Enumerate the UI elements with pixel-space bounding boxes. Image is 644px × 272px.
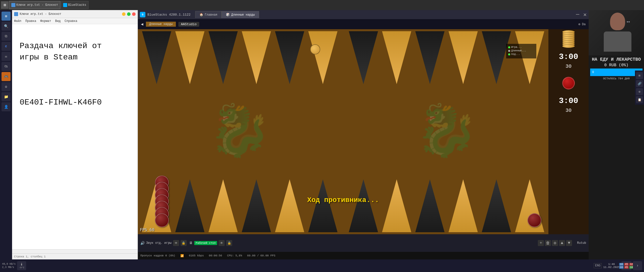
tri-tl-6 xyxy=(307,31,339,84)
net-stats: 49,0 KB/s 2,3 MB/s xyxy=(2,262,16,269)
bs-close-btn[interactable]: ✕ xyxy=(583,11,587,18)
dark-pieces-stack xyxy=(155,183,169,227)
sidebar-settings-btn[interactable]: ⚙ xyxy=(2,82,11,91)
sys-icon-temp[interactable]: 🌡 -9°C xyxy=(17,261,26,270)
notepad-titlebar: Ключи игр.txt - Блокнот xyxy=(12,10,138,18)
stats-bar: Пропуск кадров 0 (0%) 📶 6165 kbps 00:00:… xyxy=(138,252,589,259)
stream-progress-bar: 0 xyxy=(590,69,642,76)
taskbar-notepad[interactable]: Ключи игр.txt - Блокнот xyxy=(9,1,60,9)
tri-bl-4 xyxy=(240,179,273,232)
notif-5: 45 xyxy=(624,266,629,269)
notif-2: 45 xyxy=(624,263,629,266)
sidebar-store-btn[interactable]: 🛍 xyxy=(2,62,11,71)
sidebar-search-btn[interactable]: 🔍 xyxy=(2,22,11,31)
sidebar-mail-btn[interactable]: ✉ xyxy=(2,52,11,61)
net-up: 49,0 KB/s xyxy=(2,262,16,266)
tri-bl-5 xyxy=(273,179,306,232)
online-panel: Игра... Длинные... Ход... xyxy=(506,44,536,58)
bluestacks-logo: B xyxy=(140,12,145,17)
tri-tl-2 xyxy=(174,31,206,84)
bs-tab-home[interactable]: 🏠 Главная xyxy=(195,11,222,18)
sidebar-folder-btn[interactable]: 📁 xyxy=(2,92,11,101)
piece-br xyxy=(528,213,541,227)
piece-7 xyxy=(155,213,169,227)
game-content[interactable]: 🐉 xyxy=(138,29,548,234)
up-scene-btn[interactable]: ▲ xyxy=(559,240,565,246)
stream-icon-3[interactable]: ⚙ xyxy=(636,88,643,95)
desktop-eye-btn[interactable]: 👁 xyxy=(219,240,225,246)
down-scene-btn[interactable]: ▼ xyxy=(566,240,572,246)
menu-help[interactable]: Справка xyxy=(65,19,77,23)
stream-right-icons: ⊞ 🔗 ⚙ 📋 xyxy=(635,71,644,105)
audio-lock-btn[interactable]: 🔒 xyxy=(181,240,187,246)
obs-scene-controls: + 🗑 ⚙ ▲ ▼ xyxy=(538,240,572,246)
tri-tl-4 xyxy=(240,31,273,84)
menu-edit[interactable]: Правка xyxy=(25,19,36,23)
game-right-sidebar: 3:00 30 3:00 30 xyxy=(548,29,589,234)
game-tab-nardi[interactable]: Длинные нарды xyxy=(146,22,176,27)
sidebar-windows-btn[interactable]: ⊞ xyxy=(2,12,11,21)
timer1-sub: 30 xyxy=(566,63,572,69)
stream-icon-4[interactable]: 📋 xyxy=(636,96,643,103)
audio-eye-btn[interactable]: 👁 xyxy=(173,240,179,246)
desktop-lock-btn[interactable]: 🔒 xyxy=(226,240,232,246)
audio-scene: 🔊 Звук отд. игры 👁 🔒 xyxy=(140,240,187,246)
sidebar-user-btn[interactable]: 👤 xyxy=(2,102,11,111)
lang-indicator[interactable]: ENG xyxy=(594,263,602,268)
sys-chevron-btn[interactable]: › xyxy=(633,261,642,270)
online-dot-3 xyxy=(508,53,510,55)
maximize-btn[interactable] xyxy=(127,12,131,16)
stream-icon-1[interactable]: ⊞ xyxy=(636,72,643,79)
tri-tl-1 xyxy=(140,31,173,84)
bluestacks-icon xyxy=(63,3,67,7)
windows-grid-icon[interactable]: ⊞ xyxy=(1,1,9,9)
sidebar-edge-btn[interactable]: e xyxy=(2,42,11,51)
minimize-btn[interactable] xyxy=(122,12,126,16)
cfg-scene-btn[interactable]: ⚙ xyxy=(552,240,558,246)
del-scene-btn[interactable]: 🗑 xyxy=(545,240,551,246)
system-taskbar: 49,0 KB/s 2,3 MB/s 🌡 -9°C ENG 1:46 11.02… xyxy=(0,259,644,272)
stream-icon-2[interactable]: 🔗 xyxy=(636,80,643,87)
notepad-content[interactable]: Раздача ключей от игры в Steam 0E40I-FIH… xyxy=(12,24,138,249)
board-top-left xyxy=(140,31,340,132)
stream-days: ОСТАЛОСЬ 784 ДНЯ xyxy=(590,77,642,80)
add-scene-btn[interactable]: + xyxy=(538,240,544,246)
menu-view[interactable]: Вид xyxy=(55,19,61,23)
menu-format[interactable]: Формат xyxy=(40,19,51,23)
glasses-icon: 👓 xyxy=(626,20,630,24)
sys-notifications[interactable]: 16 45 42 16 45 10 xyxy=(621,261,631,270)
close-btn[interactable] xyxy=(132,12,136,16)
game-wrapper: 🐉 xyxy=(138,29,589,234)
tri-tr-3 xyxy=(414,31,446,84)
board-status-text: Ход противника... xyxy=(307,196,379,204)
notepad-app-icon xyxy=(14,12,18,16)
sys-time: 1:46 11.02.2025 xyxy=(603,263,620,269)
online-user-1: Игра... xyxy=(511,46,522,49)
taskbar-bluestacks-label: BlueStacks xyxy=(68,3,86,7)
backgammon-board: 🐉 xyxy=(138,29,548,234)
webcam-bg: 👓 xyxy=(589,10,644,55)
time-display: 1:46 xyxy=(603,263,620,266)
dropped-frames-stat: Пропуск кадров 0 (0%) xyxy=(140,254,175,257)
notepad-menu: Файл Правка Формат Вид Справка xyxy=(12,18,138,24)
bs-minimize-btn[interactable]: ─ xyxy=(576,12,579,18)
bs-tab-game[interactable]: 🎲 Длинные нарды xyxy=(222,11,259,18)
board-bottom-right xyxy=(347,132,546,232)
date-display: 11.02.2025 xyxy=(603,266,620,269)
cpu-stat: CPU: 5,8% xyxy=(227,254,242,257)
notepad-scrollbar[interactable] xyxy=(12,249,138,253)
bs-tabs: 🏠 Главная 🎲 Длинные нарды xyxy=(195,11,259,18)
sidebar-taskview-btn[interactable]: ⧉ xyxy=(2,32,11,41)
timer2-sub: 30 xyxy=(566,108,572,113)
taskbar-bluestacks[interactable]: BlueStacks xyxy=(61,1,89,9)
game-settings-btn[interactable]: ⚙ Da xyxy=(578,22,586,26)
body-shape xyxy=(604,31,631,52)
desktop-label: Рабочий стол xyxy=(194,241,217,245)
game-back-btn[interactable]: ◀ xyxy=(141,22,143,27)
person-silhouette xyxy=(595,13,640,55)
fps-stat: 60.00 / 60.00 FPS xyxy=(247,254,275,257)
menu-file[interactable]: Файл xyxy=(14,19,21,23)
timer1-display: 3:00 xyxy=(559,53,578,61)
online-dot-1 xyxy=(508,46,510,48)
sidebar-game-btn[interactable]: 🎮 xyxy=(2,72,11,81)
